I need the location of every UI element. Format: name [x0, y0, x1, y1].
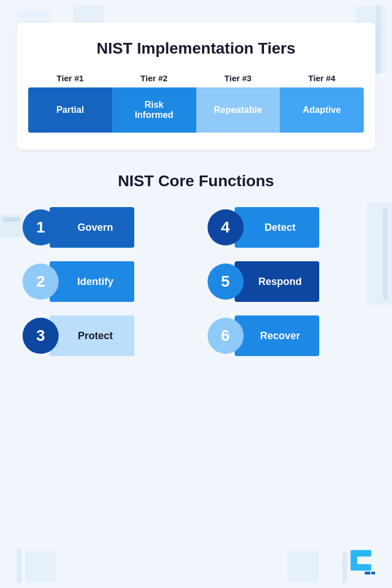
tiers-title: NIST Implementation Tiers [28, 40, 364, 58]
tier-labels-row: Tier #1 Tier #2 Tier #3 Tier #4 [28, 73, 364, 83]
svg-rect-4 [371, 572, 375, 574]
functions-grid: 1 Govern 4 Detect 2 Identify 5 Respond 3 [17, 207, 375, 356]
svg-rect-3 [365, 572, 371, 574]
function-circle-5: 5 [208, 264, 244, 300]
function-circle-6: 6 [208, 318, 244, 354]
tier-label-2: Tier #2 [112, 73, 196, 83]
tier-boxes-row: Partial RiskInformed Repeatable Adaptive [28, 87, 364, 133]
function-box-protect: Protect [50, 315, 134, 356]
logo-area [347, 546, 375, 577]
function-circle-3: 3 [23, 318, 59, 354]
function-circle-1: 1 [23, 209, 59, 245]
function-box-respond: Respond [235, 261, 319, 302]
function-box-identify: Identify [50, 261, 134, 302]
function-box-recover: Recover [235, 315, 319, 356]
tier-label-4: Tier #4 [280, 73, 364, 83]
tier-box-risk-informed: RiskInformed [112, 87, 196, 133]
function-item-identify: 2 Identify [23, 261, 185, 302]
function-item-detect: 4 Detect [208, 207, 370, 248]
tiers-section: NIST Implementation Tiers Tier #1 Tier #… [17, 23, 375, 150]
function-item-recover: 6 Recover [208, 315, 370, 356]
tier-box-repeatable: Repeatable [196, 87, 280, 133]
svg-rect-2 [351, 564, 372, 571]
function-box-govern: Govern [50, 207, 134, 248]
functions-section: NIST Core Functions 1 Govern 4 Detect 2 … [17, 172, 375, 356]
functions-title: NIST Core Functions [17, 172, 375, 190]
function-box-detect: Detect [235, 207, 319, 248]
tier-box-partial: Partial [28, 87, 112, 133]
function-item-govern: 1 Govern [23, 207, 185, 248]
company-logo [347, 546, 375, 574]
tier-box-adaptive: Adaptive [280, 87, 364, 133]
function-circle-4: 4 [208, 209, 244, 245]
tier-label-1: Tier #1 [28, 73, 112, 83]
function-item-respond: 5 Respond [208, 261, 370, 302]
tier-label-3: Tier #3 [196, 73, 280, 83]
function-circle-2: 2 [23, 264, 59, 300]
function-item-protect: 3 Protect [23, 315, 185, 356]
